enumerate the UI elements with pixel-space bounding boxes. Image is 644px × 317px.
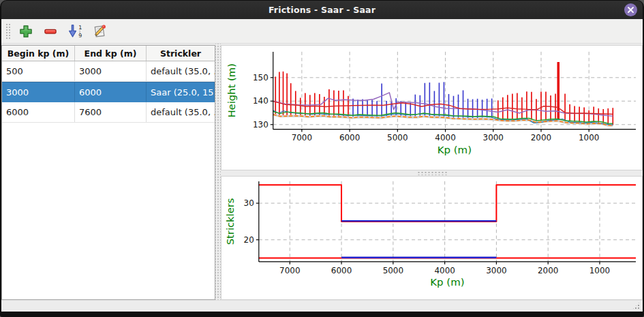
- height-chart-panel: 7000600050004000300020001000130140150Kp …: [221, 45, 643, 170]
- stricklers-chart-panel: 70006000500040003000200010002030Kp (m)St…: [221, 176, 643, 300]
- table-row[interactable]: 30006000Saar (25.0, 15.0): [2, 82, 215, 102]
- svg-text:4000: 4000: [434, 266, 455, 275]
- table-cell[interactable]: 6000: [75, 82, 147, 102]
- table-cell[interactable]: 6000: [2, 102, 75, 122]
- resize-grip[interactable]: [632, 301, 641, 310]
- close-icon: [627, 6, 634, 14]
- svg-text:6000: 6000: [331, 266, 352, 275]
- table-cell[interactable]: 3000: [2, 82, 75, 102]
- svg-text:20: 20: [244, 235, 254, 245]
- sort-rows-button[interactable]: 1 9: [65, 21, 85, 42]
- height-chart-canvas[interactable]: 7000600050004000300020001000130140150Kp …: [221, 46, 642, 170]
- table-cell[interactable]: 3000: [75, 61, 147, 81]
- splitter-handle-dots: [417, 171, 447, 175]
- stricklers-chart-canvas[interactable]: 70006000500040003000200010002030Kp (m)St…: [221, 177, 642, 299]
- svg-text:3000: 3000: [483, 134, 504, 143]
- sort-numeric-icon: 1 9: [67, 24, 82, 39]
- svg-text:7000: 7000: [292, 134, 312, 143]
- titlebar[interactable]: Frictions - Saar - Saar: [1, 1, 643, 19]
- column-header-end-kp[interactable]: End kp (m): [75, 46, 147, 61]
- charts-area: 7000600050004000300020001000130140150Kp …: [221, 44, 643, 300]
- svg-text:2000: 2000: [538, 266, 558, 275]
- svg-text:1000: 1000: [579, 134, 599, 143]
- svg-text:150: 150: [253, 73, 269, 82]
- close-button[interactable]: [624, 3, 637, 16]
- main-content: Begin kp (m) End kp (m) Strickler 500300…: [1, 44, 643, 300]
- svg-text:1: 1: [78, 24, 82, 30]
- remove-icon: [44, 25, 57, 38]
- svg-text:30: 30: [244, 198, 254, 208]
- horizontal-splitter[interactable]: [221, 170, 643, 176]
- add-icon: [19, 25, 33, 38]
- table-header: Begin kp (m) End kp (m) Strickler: [2, 46, 215, 61]
- table-row[interactable]: 60007600default (35.0, …: [2, 102, 215, 123]
- table-cell[interactable]: Saar (25.0, 15.0): [147, 82, 215, 102]
- column-header-strickler[interactable]: Strickler: [147, 46, 215, 61]
- toolbar-drag-handle[interactable]: [5, 23, 10, 40]
- table-cell[interactable]: default (35.0, …: [147, 102, 215, 122]
- vertical-splitter[interactable]: [215, 44, 221, 300]
- remove-row-button[interactable]: [40, 21, 61, 42]
- svg-text:2000: 2000: [531, 134, 551, 143]
- table-body: 5003000default (35.0, …30006000Saar (25.…: [2, 61, 215, 123]
- svg-text:5000: 5000: [387, 134, 408, 143]
- svg-text:9: 9: [78, 33, 82, 39]
- toolbar: 1 9: [1, 19, 643, 44]
- frictions-table: Begin kp (m) End kp (m) Strickler 500300…: [1, 45, 215, 300]
- svg-text:Kp (m): Kp (m): [430, 276, 464, 288]
- svg-text:1000: 1000: [589, 266, 610, 275]
- table-cell[interactable]: 7600: [75, 102, 147, 122]
- table-cell[interactable]: default (35.0, …: [147, 61, 215, 81]
- svg-text:5000: 5000: [383, 266, 403, 275]
- svg-text:Height (m): Height (m): [226, 63, 238, 118]
- column-header-begin-kp[interactable]: Begin kp (m): [2, 46, 75, 61]
- svg-text:4000: 4000: [435, 134, 455, 143]
- edit-friction-button[interactable]: [89, 21, 110, 42]
- edit-icon: [92, 24, 107, 39]
- svg-text:Stricklers: Stricklers: [224, 198, 236, 245]
- frictions-window: Frictions - Saar - Saar: [0, 0, 644, 317]
- svg-text:7000: 7000: [279, 266, 300, 275]
- table-cell[interactable]: 500: [2, 61, 75, 81]
- window-title: Frictions - Saar - Saar: [269, 5, 375, 15]
- svg-text:Kp (m): Kp (m): [438, 144, 472, 156]
- status-bar: [1, 300, 643, 312]
- table-row[interactable]: 5003000default (35.0, …: [2, 61, 215, 82]
- svg-text:140: 140: [253, 96, 269, 106]
- svg-text:6000: 6000: [339, 134, 360, 143]
- add-row-button[interactable]: [16, 21, 36, 42]
- svg-text:3000: 3000: [486, 266, 506, 275]
- svg-text:130: 130: [253, 120, 269, 130]
